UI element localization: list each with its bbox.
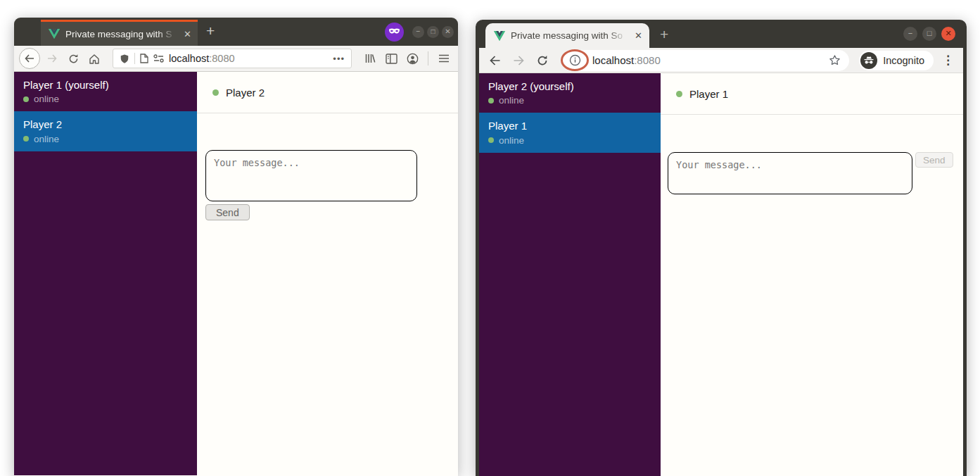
online-dot-icon [23,136,29,142]
tab-title: Private messaging with S [65,29,178,39]
chrome-titlebar: Private messaging with So ✕ + − □ ✕ [476,20,967,48]
close-button[interactable]: ✕ [442,26,454,38]
page-info-icon[interactable] [567,53,583,68]
account-icon[interactable] [403,49,421,68]
divider [428,51,428,65]
users-sidebar: Player 1 (yourself) online Player 2 onli… [14,72,197,475]
chat-panel: Player 2 Send [197,72,458,475]
hamburger-menu-icon[interactable] [435,49,453,68]
user-name: Player 1 (yourself) [23,78,188,92]
message-input[interactable] [668,152,912,194]
maximize-button[interactable]: □ [922,27,936,41]
home-button[interactable] [85,49,103,68]
permissions-icon[interactable] [153,54,164,63]
sidebar-toggle-icon[interactable] [382,49,400,68]
message-input[interactable] [205,150,417,201]
firefox-active-tab[interactable]: Private messaging with S ✕ [41,20,198,46]
chrome-active-tab[interactable]: Private messaging with So ✕ [485,23,649,48]
user-item-selected[interactable]: Player 2 online [14,111,197,151]
peer-name: Player 1 [689,88,728,100]
chat-header: Player 1 [661,73,963,115]
reload-button[interactable] [533,51,552,70]
user-status: online [34,134,59,144]
send-button[interactable]: Send [915,152,953,168]
divider [134,53,135,64]
user-status: online [499,135,524,146]
back-button[interactable] [19,48,40,69]
user-item-self[interactable]: Player 2 (yourself) online [479,73,661,113]
online-dot-icon [676,91,682,97]
private-browsing-mask-icon [385,23,404,42]
new-tab-button[interactable]: + [660,26,668,43]
kebab-menu-icon[interactable]: ⋮ [939,53,957,68]
app-content: Player 1 (yourself) online Player 2 onli… [14,72,458,475]
tab-close-icon[interactable]: ✕ [635,30,642,41]
tab-close-icon[interactable]: ✕ [184,29,191,39]
send-button[interactable]: Send [205,204,250,220]
shield-icon[interactable] [120,54,129,64]
firefox-window: Private messaging with S ✕ + − □ ✕ [14,18,458,476]
firefox-toolbar: localhost:8080 ••• [14,46,458,72]
online-dot-icon [488,137,494,143]
user-status: online [34,94,59,104]
url-text[interactable]: localhost:8080 [592,54,661,66]
forward-button[interactable] [43,49,61,68]
url-bar[interactable]: localhost:8080 [561,50,849,71]
url-text[interactable]: localhost:8080 [169,53,235,64]
chat-header: Player 2 [197,72,458,113]
user-name: Player 1 [488,119,651,133]
chrome-toolbar: localhost:8080 Incognito ⋮ [479,48,963,73]
minimize-button[interactable]: − [412,26,424,38]
user-item-self[interactable]: Player 1 (yourself) online [14,72,197,111]
url-bar[interactable]: localhost:8080 ••• [113,49,352,68]
library-icon[interactable] [361,49,379,68]
chat-panel: Player 1 Send [661,73,963,476]
page-info-icon[interactable] [140,54,148,63]
firefox-window-controls: − □ ✕ [385,18,454,46]
vue-favicon-icon [49,29,60,39]
incognito-label: Incognito [883,55,924,66]
chrome-window-controls: − □ ✕ [903,20,955,48]
tab-title: Private messaging with So [511,30,629,41]
new-tab-button[interactable]: + [206,23,215,39]
minimize-button[interactable]: − [903,27,917,41]
maximize-button[interactable]: □ [427,26,439,38]
forward-button[interactable] [509,51,528,70]
online-dot-icon [488,98,494,104]
vue-favicon-icon [494,31,505,41]
user-name: Player 2 (yourself) [488,80,651,94]
close-button[interactable]: ✕ [941,27,955,41]
chat-main: Send [661,115,963,476]
incognito-icon [860,52,877,69]
app-content: Player 2 (yourself) online Player 1 onli… [479,73,963,476]
user-status: online [499,95,524,106]
incognito-badge: Incognito [859,51,934,70]
chat-main: Send [197,113,458,475]
user-name: Player 2 [23,118,188,132]
bookmark-star-icon[interactable] [829,54,841,66]
chrome-window: Private messaging with So ✕ + − □ ✕ loca… [476,20,967,476]
back-button[interactable] [485,51,504,70]
online-dot-icon [23,96,29,102]
reload-button[interactable] [64,49,82,68]
user-item-selected[interactable]: Player 1 online [479,113,661,152]
page-actions-icon[interactable]: ••• [333,54,345,64]
online-dot-icon [212,89,219,96]
peer-name: Player 2 [226,87,265,99]
firefox-titlebar: Private messaging with S ✕ + − □ ✕ [14,18,458,46]
users-sidebar: Player 2 (yourself) online Player 1 onli… [479,73,661,476]
